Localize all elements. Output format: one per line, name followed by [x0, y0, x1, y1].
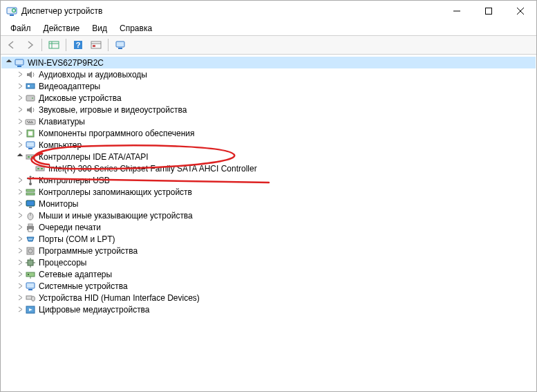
chevron-right-icon[interactable]: [15, 117, 25, 127]
toolbar-separator: [41, 39, 42, 51]
chevron-right-icon[interactable]: [15, 105, 25, 115]
chevron-right-icon[interactable]: [15, 270, 25, 279]
chevron-right-icon[interactable]: [15, 258, 25, 268]
svg-rect-61: [26, 272, 35, 277]
menu-file[interactable]: Файл: [5, 22, 37, 35]
tree-node-computer[interactable]: Компьютер: [1, 139, 536, 151]
computer-icon: [25, 140, 36, 151]
chevron-right-icon[interactable]: [15, 93, 25, 103]
chevron-right-icon[interactable]: [15, 234, 25, 244]
tree-node-printqueues[interactable]: Очереди печати: [1, 221, 536, 233]
media-device-icon: [25, 304, 36, 315]
device-tree[interactable]: WIN-EVS627P9R2C Аудиовходы и аудиовыходы…: [1, 55, 536, 391]
chevron-right-icon[interactable]: [15, 70, 25, 80]
tree-node-media[interactable]: Цифровые медиаустройства: [1, 304, 536, 315]
tree-label: Очереди печати: [39, 223, 105, 232]
chevron-right-icon[interactable]: [15, 211, 25, 221]
svg-rect-17: [15, 59, 23, 65]
menu-help[interactable]: Справка: [114, 22, 158, 35]
chevron-right-icon[interactable]: [15, 82, 25, 91]
chevron-right-icon[interactable]: [15, 293, 25, 303]
chevron-right-icon[interactable]: [15, 305, 25, 315]
tree-node-hid[interactable]: Устройства HID (Human Interface Devices): [1, 292, 536, 304]
svg-rect-30: [26, 142, 35, 147]
svg-rect-45: [29, 207, 32, 208]
svg-rect-41: [32, 177, 34, 178]
tree-label: Аудиовходы и аудиовыходы: [39, 70, 151, 80]
chevron-right-icon[interactable]: [15, 199, 25, 209]
tree-node-cpu[interactable]: Процессоры: [1, 256, 536, 268]
chevron-right-icon[interactable]: [15, 223, 25, 232]
svg-rect-27: [28, 122, 33, 123]
hid-icon: [25, 292, 36, 304]
chevron-right-icon[interactable]: [15, 246, 25, 256]
chevron-right-icon[interactable]: [15, 176, 25, 185]
tree-node-audio[interactable]: Аудиовходы и аудиовыходы: [1, 68, 536, 80]
menu-action[interactable]: Действие: [38, 22, 86, 35]
storage-controller-icon: [25, 187, 36, 198]
tree-root-label: WIN-EVS627P9R2C: [28, 58, 108, 68]
tree-label: Мыши и иные указывающие устройства: [39, 211, 197, 221]
tree-label: Контроллеры запоминающих устройств: [39, 187, 196, 197]
back-button: [3, 37, 20, 53]
minimize-button[interactable]: [441, 1, 473, 21]
forward-button: [21, 37, 38, 53]
svg-rect-19: [26, 84, 35, 88]
svg-rect-64: [26, 283, 35, 288]
tree-node-system[interactable]: Системные устройства: [1, 280, 536, 292]
chevron-down-icon[interactable]: [15, 152, 25, 162]
svg-rect-1: [10, 15, 14, 16]
svg-rect-15: [116, 41, 124, 47]
tree-node-storage[interactable]: Контроллеры запоминающих устройств: [1, 186, 536, 198]
maximize-button[interactable]: [473, 1, 505, 21]
svg-rect-20: [28, 85, 30, 87]
svg-rect-44: [26, 200, 35, 206]
tree-node-mice[interactable]: Мыши и иные указывающие устройства: [1, 209, 536, 221]
tree-node-video[interactable]: Видеоадаптеры: [1, 80, 536, 92]
toolbar: ?: [1, 35, 536, 55]
tree-node-usb[interactable]: Контроллеры USB: [1, 174, 536, 186]
speaker-icon: [25, 69, 36, 80]
tree-root[interactable]: WIN-EVS627P9R2C: [1, 57, 536, 68]
menu-bar: Файл Действие Вид Справка: [1, 21, 536, 35]
title-bar: Диспетчер устройств: [1, 1, 536, 21]
window-title: Диспетчер устройств: [21, 6, 102, 16]
chevron-right-icon[interactable]: [15, 281, 25, 291]
svg-rect-32: [26, 155, 35, 159]
svg-rect-29: [28, 131, 32, 136]
tree-node-ports[interactable]: Порты (COM и LPT): [1, 233, 536, 245]
tree-node-net[interactable]: Сетевые адаптеры: [1, 268, 536, 280]
chevron-right-icon[interactable]: [15, 140, 25, 150]
computer-icon: [14, 57, 25, 68]
menu-view[interactable]: Вид: [86, 22, 113, 35]
tree-node-softdev[interactable]: Программные устройства: [1, 245, 536, 256]
properties-button[interactable]: [88, 37, 104, 53]
chevron-right-icon[interactable]: [15, 187, 25, 197]
svg-rect-16: [118, 48, 122, 49]
toolbar-separator: [108, 39, 109, 51]
tree-label: Мониторы: [39, 199, 82, 209]
tree-node-sound[interactable]: Звуковые, игровые и видеоустройства: [1, 104, 536, 115]
chevron-down-icon[interactable]: [4, 58, 14, 68]
help-button[interactable]: ?: [70, 37, 86, 53]
chevron-right-icon[interactable]: [15, 129, 25, 138]
tree-label: Intel(R) 300 Series Chipset Family SATA …: [48, 164, 261, 174]
tree-node-disk[interactable]: Дисковые устройства: [1, 92, 536, 104]
show-hidden-button[interactable]: [46, 37, 62, 53]
svg-point-67: [32, 296, 35, 301]
svg-rect-7: [49, 41, 59, 48]
display-adapter-icon: [25, 81, 36, 92]
tree-child-sata-controller[interactable]: Intel(R) 300 Series Chipset Family SATA …: [1, 162, 536, 174]
tree-node-keyboard[interactable]: Клавиатуры: [1, 115, 536, 127]
svg-rect-25: [29, 121, 30, 122]
tree-label: Компоненты программного обеспечения: [39, 129, 199, 138]
close-button[interactable]: [505, 1, 536, 21]
scan-hardware-button[interactable]: [112, 37, 129, 53]
tree-node-monitors[interactable]: Мониторы: [1, 198, 536, 209]
tree-node-ide[interactable]: Контроллеры IDE ATA/ATAPI: [1, 151, 536, 162]
tree-label: Цифровые медиаустройства: [39, 305, 154, 315]
svg-rect-56: [28, 260, 33, 265]
tree-node-software[interactable]: Компоненты программного обеспечения: [1, 127, 536, 139]
monitor-icon: [25, 198, 36, 209]
tree-label: Клавиатуры: [39, 117, 89, 127]
